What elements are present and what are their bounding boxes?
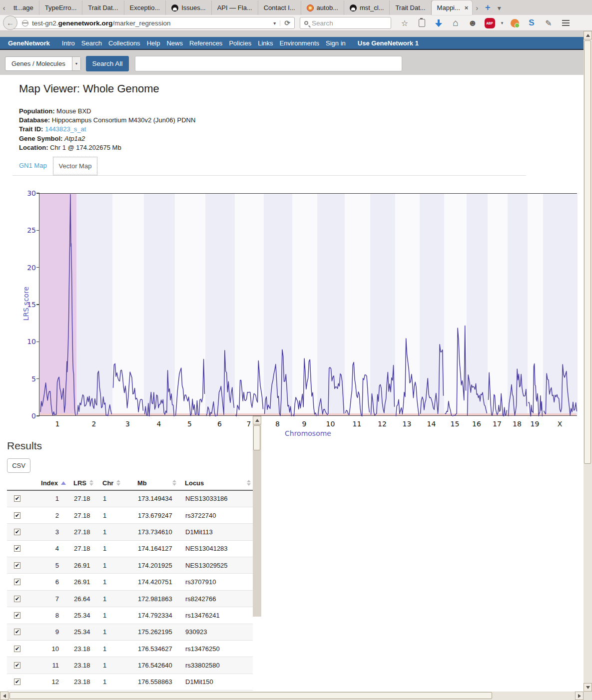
meta-value[interactable]: 1443823_s_at: [45, 125, 86, 133]
browser-tab[interactable]: TypeErro...: [39, 0, 83, 15]
meta-line: Location: Chr 1 @ 174.202675 Mb: [19, 143, 195, 152]
sort-icon[interactable]: [247, 480, 251, 486]
row-checkbox[interactable]: ✔: [14, 646, 20, 652]
search-category-select[interactable]: Genes / Molecules ▼: [5, 56, 81, 71]
chevron-down-icon[interactable]: ▼: [72, 57, 80, 70]
scroll-left-icon[interactable]: [0, 692, 8, 700]
brand-logo[interactable]: GeneNetwork: [8, 39, 50, 47]
url-dropdown-caret-icon[interactable]: ▾: [269, 20, 280, 26]
table-scroll-up-icon[interactable]: [253, 416, 261, 424]
csv-export-button[interactable]: CSV: [7, 458, 30, 473]
horizontal-scroll-thumb[interactable]: [9, 692, 492, 699]
tab-close-icon[interactable]: ×: [465, 4, 469, 11]
row-checkbox[interactable]: ✔: [14, 596, 20, 602]
x-tick-label: 2: [84, 420, 104, 428]
row-checkbox[interactable]: ✔: [14, 579, 20, 585]
extension-orange-icon[interactable]: [506, 15, 523, 31]
browser-tab[interactable]: Trait Dat...: [390, 0, 431, 15]
column-header-locus[interactable]: Locus: [178, 476, 253, 490]
x-tick-label: 3: [118, 420, 138, 428]
row-checkbox[interactable]: ✔: [14, 612, 20, 619]
use-genenetwork1-link[interactable]: Use GeneNetwork 1: [358, 39, 419, 47]
scroll-right-icon[interactable]: [575, 692, 584, 700]
browser-tab[interactable]: Trait Dat...: [82, 0, 124, 15]
tab-scroll-left-icon[interactable]: ‹: [0, 0, 8, 15]
sort-icon[interactable]: [172, 480, 176, 486]
search-all-button[interactable]: Search All: [86, 56, 129, 71]
nav-item-news[interactable]: News: [166, 39, 183, 47]
row-checkbox[interactable]: ✔: [14, 662, 20, 669]
tab-gn1-map[interactable]: GN1 Map: [19, 162, 47, 169]
browser-tab[interactable]: mst_cl...: [344, 0, 390, 15]
page-horizontal-scrollbar[interactable]: [0, 692, 584, 700]
global-search-input[interactable]: [135, 56, 402, 71]
table-scrollbar[interactable]: [253, 416, 261, 617]
bookmark-star-icon[interactable]: ☆: [396, 15, 413, 31]
trait-metadata: Population: Mouse BXDDatabase: Hippocamp…: [19, 107, 195, 152]
back-button[interactable]: ←: [3, 15, 17, 30]
chat-icon[interactable]: ☻: [464, 15, 481, 31]
cell-lrs: 23.18: [67, 674, 96, 690]
cell-index: 3: [27, 524, 67, 540]
sort-ascending-icon[interactable]: [61, 481, 66, 485]
nav-item-intro[interactable]: Intro: [62, 39, 75, 47]
column-header-mb[interactable]: Mb: [131, 476, 178, 490]
scroll-down-icon[interactable]: [584, 683, 592, 692]
adblock-plus-icon[interactable]: ABP: [481, 15, 498, 31]
column-header-chr[interactable]: Chr: [96, 476, 131, 490]
tab-title: Exceptio...: [130, 4, 160, 11]
nav-item-search[interactable]: Search: [81, 39, 102, 47]
browser-tab[interactable]: Contact I...: [258, 0, 301, 15]
column-header-lrs[interactable]: LRS: [67, 476, 96, 490]
browser-search-box[interactable]: Search: [300, 17, 391, 29]
reading-list-icon[interactable]: [413, 15, 430, 31]
browser-tab-active[interactable]: Mappi...×: [432, 0, 473, 15]
browser-tab[interactable]: Issues...: [166, 0, 211, 15]
meta-line: Database: Hippocampus Consortium M430v2 …: [19, 116, 195, 125]
nav-item-environments[interactable]: Environments: [280, 39, 319, 47]
row-checkbox[interactable]: ✔: [14, 529, 20, 535]
downloads-icon[interactable]: [430, 15, 447, 31]
nav-item-links[interactable]: Links: [258, 39, 273, 47]
tab-title: API — Fla...: [217, 4, 252, 11]
browser-tab[interactable]: API — Fla...: [212, 0, 258, 15]
table-row: ✔227.181173.679247rs3722740: [7, 507, 253, 523]
vertical-scroll-thumb[interactable]: [584, 40, 591, 464]
row-checkbox[interactable]: ✔: [14, 545, 20, 552]
table-row: ✔825.341174.792334rs13476241: [7, 607, 253, 624]
checkbox-column-header: [7, 476, 27, 490]
x-tick-label: 13: [397, 420, 417, 428]
column-header-index[interactable]: Index: [27, 476, 67, 490]
skype-icon[interactable]: S: [523, 15, 540, 31]
tab-list-caret-icon[interactable]: ▾: [494, 0, 505, 15]
reload-icon[interactable]: ⟳: [280, 19, 294, 27]
row-checkbox[interactable]: ✔: [14, 562, 20, 569]
browser-tab[interactable]: tt...age: [8, 0, 39, 15]
page-vertical-scrollbar[interactable]: [584, 31, 592, 692]
row-checkbox[interactable]: ✔: [14, 679, 20, 685]
sort-icon[interactable]: [89, 480, 93, 486]
scroll-up-icon[interactable]: [584, 31, 592, 39]
row-checkbox[interactable]: ✔: [14, 512, 20, 519]
sort-icon[interactable]: [116, 480, 120, 486]
x-tick-label: 16: [467, 420, 487, 428]
plot-area[interactable]: [39, 193, 577, 416]
nav-item-collections[interactable]: Collections: [108, 39, 140, 47]
browser-tab[interactable]: autob...: [301, 0, 344, 15]
nav-item-help[interactable]: Help: [147, 39, 160, 47]
menu-icon[interactable]: [557, 15, 574, 31]
tab-scroll-right-icon[interactable]: ›: [472, 0, 482, 15]
row-checkbox[interactable]: ✔: [14, 495, 20, 502]
tab-vector-map[interactable]: Vector Map: [53, 157, 97, 175]
adblock-caret-icon[interactable]: ▾: [498, 15, 506, 31]
url-bar[interactable]: test-gn2.genenetwork.org/marker_regressi…: [10, 17, 295, 29]
browser-tab[interactable]: Exceptio...: [124, 0, 166, 15]
compose-icon[interactable]: ✎: [540, 15, 557, 31]
row-checkbox[interactable]: ✔: [14, 629, 20, 635]
home-icon[interactable]: ⌂: [447, 15, 464, 31]
nav-item-policies[interactable]: Policies: [229, 39, 251, 47]
nav-item-references[interactable]: References: [189, 39, 222, 47]
table-scroll-thumb[interactable]: [253, 425, 260, 450]
nav-item-sign-in[interactable]: Sign in: [326, 39, 346, 47]
new-tab-button[interactable]: +: [482, 0, 494, 15]
